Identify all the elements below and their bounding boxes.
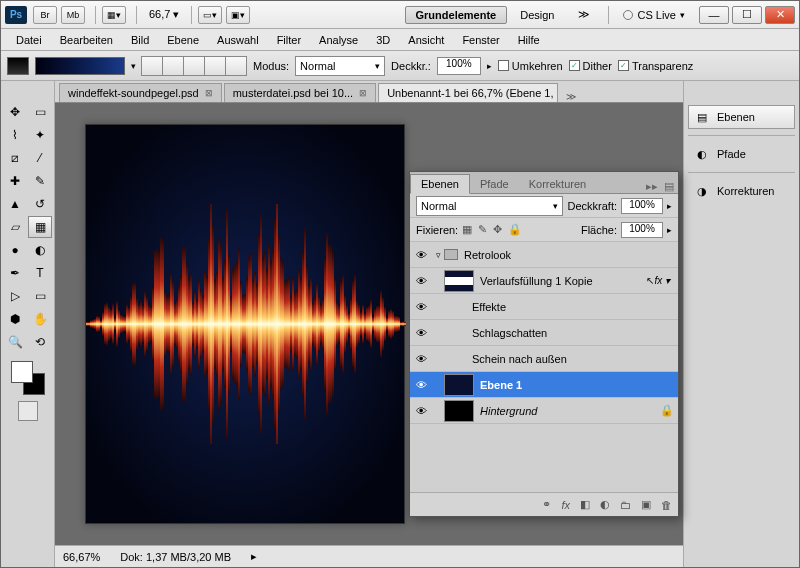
tool-stamp[interactable]: ▲: [3, 193, 27, 215]
layer-ebene1[interactable]: 👁 Ebene 1: [410, 372, 678, 398]
status-zoom[interactable]: 66,67%: [63, 551, 100, 563]
doc-tab-1[interactable]: musterdatei.psd bei 10...⊠: [224, 83, 376, 102]
lock-all-icon[interactable]: 🔒: [508, 223, 522, 236]
reverse-checkbox[interactable]: Umkehren: [498, 60, 563, 72]
tool-path-select[interactable]: ▷: [3, 285, 27, 307]
new-layer-icon[interactable]: ▣: [641, 498, 651, 511]
panel-tab-pfade[interactable]: Pfade: [470, 175, 519, 193]
link-layers-icon[interactable]: ⚭: [542, 498, 551, 511]
gradient-angle[interactable]: [183, 56, 205, 76]
panel-tab-ebenen[interactable]: Ebenen: [410, 174, 470, 194]
tool-blur[interactable]: ●: [3, 239, 27, 261]
layer-hintergrund[interactable]: 👁 Hintergrund 🔒: [410, 398, 678, 424]
delete-layer-icon[interactable]: 🗑: [661, 499, 672, 511]
tool-preset-picker[interactable]: [7, 57, 29, 75]
status-doc-size[interactable]: Dok: 1,37 MB/3,20 MB: [120, 551, 231, 563]
bridge-button[interactable]: Br: [33, 6, 57, 24]
tool-crop[interactable]: ⧄: [3, 147, 27, 169]
panel-tab-korrekturen[interactable]: Korrekturen: [519, 175, 596, 193]
workspace-more[interactable]: ≫: [567, 5, 601, 24]
layer-fx-schlagschatten[interactable]: 👁 Schlagschatten: [410, 320, 678, 346]
menu-analyse[interactable]: Analyse: [310, 32, 367, 48]
layer-opacity-input[interactable]: 100%: [621, 198, 663, 214]
maximize-button[interactable]: ☐: [732, 6, 762, 24]
dither-checkbox[interactable]: Dither: [569, 60, 612, 72]
close-icon[interactable]: ⊠: [359, 88, 367, 98]
disclosure-icon[interactable]: ▿: [432, 250, 444, 260]
arrange-button[interactable]: ▭▾: [198, 6, 222, 24]
lock-transparent-icon[interactable]: ▦: [462, 223, 472, 236]
tool-healing[interactable]: ✚: [3, 170, 27, 192]
tool-marquee[interactable]: ▭: [28, 101, 52, 123]
panel-menu-icon[interactable]: ▤: [664, 180, 674, 193]
tool-eraser[interactable]: ▱: [3, 216, 27, 238]
new-group-icon[interactable]: 🗀: [620, 499, 631, 511]
minimize-button[interactable]: —: [699, 6, 729, 24]
menu-ansicht[interactable]: Ansicht: [399, 32, 453, 48]
tool-lasso[interactable]: ⌇: [3, 124, 27, 146]
tool-type[interactable]: T: [28, 262, 52, 284]
color-swatches[interactable]: [11, 361, 45, 395]
lock-pixels-icon[interactable]: ✎: [478, 223, 487, 236]
tool-pen[interactable]: ✒: [3, 262, 27, 284]
cslive-button[interactable]: CS Live ▾: [623, 9, 685, 21]
tool-move[interactable]: ✥: [3, 101, 27, 123]
visibility-icon[interactable]: 👁: [410, 353, 432, 365]
tool-gradient[interactable]: ▦: [28, 216, 52, 238]
quickmask-toggle[interactable]: [18, 401, 38, 421]
menu-ebene[interactable]: Ebene: [158, 32, 208, 48]
gradient-preview[interactable]: [35, 57, 125, 75]
workspace-design[interactable]: Design: [509, 6, 565, 24]
menu-3d[interactable]: 3D: [367, 32, 399, 48]
visibility-icon[interactable]: 👁: [410, 405, 432, 417]
layer-blend-select[interactable]: Normal: [416, 196, 563, 216]
menu-datei[interactable]: Datei: [7, 32, 51, 48]
lock-position-icon[interactable]: ✥: [493, 223, 502, 236]
menu-auswahl[interactable]: Auswahl: [208, 32, 268, 48]
zoom-value[interactable]: 66,7 ▾: [143, 8, 185, 21]
foreground-color[interactable]: [11, 361, 33, 383]
tool-brush[interactable]: ✎: [28, 170, 52, 192]
gradient-diamond[interactable]: [225, 56, 247, 76]
close-button[interactable]: ✕: [765, 6, 795, 24]
layer-effects-header[interactable]: 👁 Effekte: [410, 294, 678, 320]
tool-shape[interactable]: ▭: [28, 285, 52, 307]
tool-hand[interactable]: ✋: [28, 308, 52, 330]
visibility-icon[interactable]: 👁: [410, 301, 432, 313]
tool-dodge[interactable]: ◐: [28, 239, 52, 261]
doc-tab-0[interactable]: windeffekt-soundpegel.psd⊠: [59, 83, 222, 102]
fx-badge[interactable]: fx ▾: [654, 275, 670, 286]
tool-wand[interactable]: ✦: [28, 124, 52, 146]
tool-rotate[interactable]: ⟲: [28, 331, 52, 353]
layer-group-retrolook[interactable]: 👁 ▿ Retrolook: [410, 242, 678, 268]
tool-zoom[interactable]: 🔍: [3, 331, 27, 353]
doc-tab-2[interactable]: Unbenannt-1 bei 66,7% (Ebene 1, RGB/8) *…: [378, 83, 558, 102]
menu-hilfe[interactable]: Hilfe: [509, 32, 549, 48]
workspace-grundelemente[interactable]: Grundelemente: [405, 6, 508, 24]
menu-bild[interactable]: Bild: [122, 32, 158, 48]
menu-fenster[interactable]: Fenster: [453, 32, 508, 48]
panel-collapse-icon[interactable]: ▸▸: [646, 180, 658, 193]
tool-history-brush[interactable]: ↺: [28, 193, 52, 215]
dock-ebenen[interactable]: ▤Ebenen: [688, 105, 795, 129]
opacity-input[interactable]: 100%: [437, 57, 481, 75]
miniBridge-button[interactable]: Mb: [61, 6, 85, 24]
gradient-linear[interactable]: [141, 56, 163, 76]
visibility-icon[interactable]: 👁: [410, 249, 432, 261]
screen-mode-button[interactable]: ▣▾: [226, 6, 250, 24]
gradient-reflected[interactable]: [204, 56, 226, 76]
fx-menu-icon[interactable]: fx: [561, 499, 570, 511]
layer-fx-schein[interactable]: 👁 Schein nach außen: [410, 346, 678, 372]
visibility-icon[interactable]: 👁: [410, 327, 432, 339]
transparency-checkbox[interactable]: Transparenz: [618, 60, 693, 72]
close-icon[interactable]: ⊠: [205, 88, 213, 98]
layer-fill-input[interactable]: 100%: [621, 222, 663, 238]
menu-filter[interactable]: Filter: [268, 32, 310, 48]
document-canvas[interactable]: [85, 124, 405, 524]
menu-bearbeiten[interactable]: Bearbeiten: [51, 32, 122, 48]
visibility-icon[interactable]: 👁: [410, 275, 432, 287]
dock-korrekturen[interactable]: ◑Korrekturen: [688, 179, 795, 203]
dock-pfade[interactable]: ◐Pfade: [688, 142, 795, 166]
tool-eyedropper[interactable]: ∕: [28, 147, 52, 169]
visibility-icon[interactable]: 👁: [410, 379, 432, 391]
